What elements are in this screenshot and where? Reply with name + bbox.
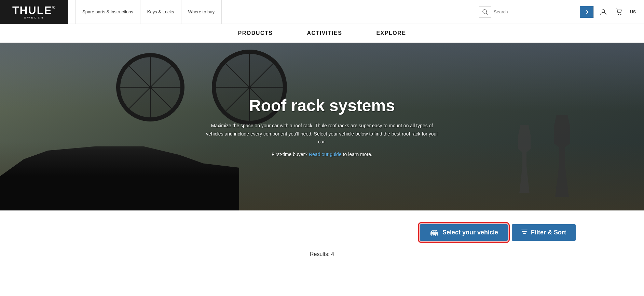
logo-registered: ®	[52, 5, 56, 10]
locale-selector[interactable]: US	[629, 6, 637, 18]
hero-section: Roof rack systems Maximize the space on …	[0, 43, 644, 210]
hero-guide-link[interactable]: Read our guide	[309, 152, 342, 157]
filter-sort-button[interactable]: Filter & Sort	[512, 224, 576, 241]
logo-area[interactable]: THULE ® SWEDEN	[0, 0, 68, 24]
filter-icon	[521, 229, 527, 236]
top-nav-links: Spare parts & instructions Keys & Locks …	[68, 0, 479, 24]
logo: THULE ® SWEDEN	[12, 4, 56, 20]
search-input[interactable]	[491, 6, 580, 18]
search-container	[479, 6, 594, 18]
svg-rect-9	[435, 231, 436, 232]
car-icon	[429, 229, 439, 236]
hero-guide-prefix: First-time buyer?	[272, 152, 307, 157]
logo-brand: THULE	[12, 4, 52, 16]
logo-sub: SWEDEN	[24, 16, 44, 20]
hero-guide-suffix: to learn more.	[343, 152, 372, 157]
hero-title: Roof rack systems	[203, 96, 442, 115]
svg-point-7	[435, 234, 437, 236]
filter-sort-label: Filter & Sort	[531, 229, 566, 236]
svg-point-6	[431, 234, 433, 236]
user-account-icon[interactable]	[597, 6, 609, 18]
svg-rect-8	[433, 231, 434, 232]
products-section: Select your vehicle Filter & Sort Result…	[0, 210, 644, 268]
svg-point-3	[618, 14, 619, 15]
svg-line-1	[486, 13, 488, 14]
svg-point-2	[602, 10, 605, 12]
keys-locks-link[interactable]: Keys & Locks	[140, 0, 181, 24]
top-navigation: THULE ® SWEDEN Spare parts & instruction…	[0, 0, 644, 24]
nav-activities[interactable]: ACTIVITIES	[303, 24, 345, 43]
hero-guide-text: First-time buyer? Read our guide to lear…	[203, 152, 442, 157]
nav-products[interactable]: PRODUCTS	[235, 24, 276, 43]
bike-wheel-left	[116, 53, 184, 121]
svg-point-4	[620, 14, 621, 15]
action-bar: Select your vehicle Filter & Sort	[0, 224, 644, 248]
hero-description: Maximize the space on your car with a ro…	[203, 122, 442, 146]
shopping-cart-icon[interactable]	[613, 6, 625, 18]
nav-right-icons: US	[479, 6, 644, 18]
main-navigation: PRODUCTS ACTIVITIES EXPLORE	[0, 24, 644, 43]
where-to-buy-link[interactable]: Where to buy	[181, 0, 222, 24]
select-vehicle-button[interactable]: Select your vehicle	[420, 224, 508, 241]
nav-explore[interactable]: EXPLORE	[373, 24, 409, 43]
search-icon[interactable]	[479, 6, 491, 18]
hero-content: Roof rack systems Maximize the space on …	[203, 96, 442, 157]
select-vehicle-label: Select your vehicle	[442, 229, 498, 236]
results-count: Results: 4	[0, 248, 644, 261]
spare-parts-link[interactable]: Spare parts & instructions	[75, 0, 140, 24]
search-submit-button[interactable]	[580, 6, 593, 18]
